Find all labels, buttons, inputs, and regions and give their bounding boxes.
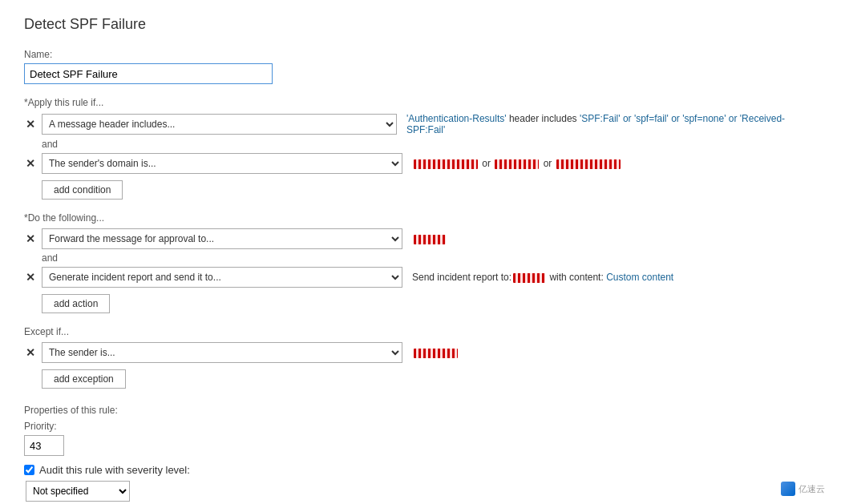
action1-value (412, 233, 447, 244)
severity-dropdown[interactable]: Not specified Low Medium High (26, 481, 130, 502)
priority-input[interactable] (24, 435, 64, 456)
remove-exception1-button[interactable]: ✕ (24, 347, 37, 358)
condition2-value: or or (412, 158, 622, 169)
watermark-icon (781, 482, 795, 496)
auth-results-link[interactable]: 'Authentication-Results' (406, 113, 507, 124)
audit-label: Audit this rule with severity level: (39, 464, 190, 476)
condition1-value: 'Authentication-Results' header includes… (406, 113, 817, 135)
audit-checkbox[interactable] (24, 465, 34, 475)
add-action-button[interactable]: add action (42, 294, 110, 313)
apply-rule-label: *Apply this rule if... (24, 97, 817, 108)
remove-action2-button[interactable]: ✕ (24, 272, 37, 283)
remove-action1-button[interactable]: ✕ (24, 233, 37, 244)
name-label: Name: (24, 49, 817, 60)
action1-dropdown[interactable]: Forward the message for approval to... (42, 228, 402, 249)
priority-label: Priority: (24, 421, 817, 432)
remove-condition1-button[interactable]: ✕ (24, 119, 37, 130)
exception1-dropdown[interactable]: The sender is... (42, 342, 402, 363)
and-label-1: and (42, 139, 817, 150)
name-input[interactable] (24, 63, 273, 84)
action2-value: Send incident report to: with content: C… (412, 272, 673, 283)
page-title: Detect SPF Failure (24, 16, 817, 33)
except-if-label: Except if... (24, 326, 817, 337)
condition1-dropdown[interactable]: A message header includes... (42, 114, 397, 135)
action2-dropdown[interactable]: Generate incident report and send it to.… (42, 267, 402, 288)
watermark: 亿速云 (781, 482, 825, 496)
and-label-2: and (42, 252, 817, 264)
condition2-dropdown[interactable]: The sender's domain is... (42, 153, 402, 174)
exception1-value (412, 347, 459, 358)
custom-content-link[interactable]: Custom content (606, 272, 673, 283)
do-following-label: *Do the following... (24, 212, 817, 224)
add-exception-button[interactable]: add exception (42, 369, 126, 389)
watermark-text: 亿速云 (799, 483, 825, 495)
remove-condition2-button[interactable]: ✕ (24, 158, 37, 169)
properties-label: Properties of this rule: (24, 405, 817, 416)
add-condition-button[interactable]: add condition (42, 180, 123, 200)
